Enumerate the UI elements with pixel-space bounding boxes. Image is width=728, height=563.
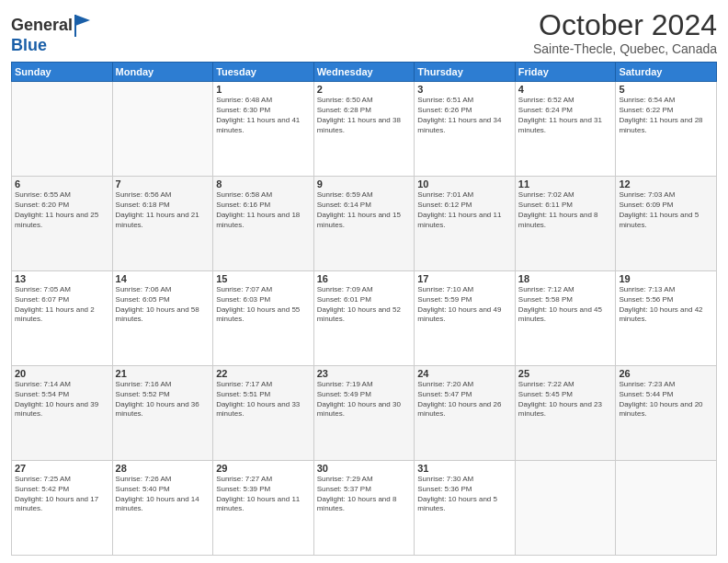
day-header-saturday: Saturday: [616, 63, 717, 82]
day-info: Sunrise: 7:25 AM Sunset: 5:42 PM Dayligh…: [15, 475, 109, 514]
header: General Blue October 2024 Sainte-Thecle,…: [11, 9, 717, 56]
calendar-cell: 4Sunrise: 6:52 AM Sunset: 6:24 PM Daylig…: [515, 82, 616, 177]
day-number: 29: [216, 463, 311, 474]
day-info: Sunrise: 7:17 AM Sunset: 5:51 PM Dayligh…: [216, 380, 311, 419]
day-number: 27: [15, 463, 109, 474]
calendar-cell: [515, 461, 616, 556]
day-info: Sunrise: 7:13 AM Sunset: 5:56 PM Dayligh…: [619, 285, 713, 325]
day-info: Sunrise: 7:05 AM Sunset: 6:07 PM Dayligh…: [15, 285, 109, 325]
day-number: 24: [417, 368, 512, 379]
calendar-cell: 14Sunrise: 7:06 AM Sunset: 6:05 PM Dayli…: [112, 271, 213, 366]
day-info: Sunrise: 7:06 AM Sunset: 6:05 PM Dayligh…: [116, 285, 210, 325]
calendar-cell: 9Sunrise: 6:59 AM Sunset: 6:14 PM Daylig…: [313, 177, 415, 271]
calendar-cell: 31Sunrise: 7:30 AM Sunset: 5:36 PM Dayli…: [415, 461, 516, 556]
day-info: Sunrise: 7:16 AM Sunset: 5:52 PM Dayligh…: [116, 380, 210, 419]
day-number: 21: [116, 368, 210, 379]
day-info: Sunrise: 7:26 AM Sunset: 5:40 PM Dayligh…: [116, 475, 210, 514]
calendar-cell: 23Sunrise: 7:19 AM Sunset: 5:49 PM Dayli…: [313, 366, 415, 461]
day-number: 31: [417, 463, 512, 474]
logo-flag-icon: [74, 13, 92, 39]
day-info: Sunrise: 7:14 AM Sunset: 5:54 PM Dayligh…: [15, 380, 109, 419]
day-number: 25: [518, 368, 613, 379]
day-number: 22: [216, 368, 311, 379]
day-number: 17: [417, 273, 512, 284]
day-number: 20: [15, 368, 109, 379]
calendar-cell: 3Sunrise: 6:51 AM Sunset: 6:26 PM Daylig…: [415, 82, 516, 177]
day-info: Sunrise: 7:19 AM Sunset: 5:49 PM Dayligh…: [317, 380, 412, 419]
calendar-cell: 1Sunrise: 6:48 AM Sunset: 6:30 PM Daylig…: [213, 82, 314, 177]
calendar-cell: [112, 82, 213, 177]
day-header-wednesday: Wednesday: [313, 63, 415, 82]
day-number: 5: [619, 84, 713, 95]
day-number: 10: [417, 178, 512, 190]
day-info: Sunrise: 7:07 AM Sunset: 6:03 PM Dayligh…: [216, 285, 311, 325]
calendar-week-row: 27Sunrise: 7:25 AM Sunset: 5:42 PM Dayli…: [12, 461, 717, 556]
calendar-table: SundayMondayTuesdayWednesdayThursdayFrid…: [11, 62, 717, 556]
calendar-cell: 27Sunrise: 7:25 AM Sunset: 5:42 PM Dayli…: [12, 461, 113, 556]
day-number: 4: [518, 84, 613, 95]
day-info: Sunrise: 7:23 AM Sunset: 5:44 PM Dayligh…: [619, 380, 713, 419]
day-number: 7: [116, 178, 210, 190]
day-header-thursday: Thursday: [415, 63, 516, 82]
calendar-week-row: 1Sunrise: 6:48 AM Sunset: 6:30 PM Daylig…: [12, 82, 717, 177]
svg-marker-0: [75, 15, 90, 26]
calendar-cell: [616, 461, 717, 556]
calendar-cell: 13Sunrise: 7:05 AM Sunset: 6:07 PM Dayli…: [12, 271, 113, 366]
svg-rect-1: [74, 15, 76, 37]
calendar-cell: 17Sunrise: 7:10 AM Sunset: 5:59 PM Dayli…: [415, 271, 516, 366]
day-number: 30: [317, 463, 412, 474]
calendar-cell: 15Sunrise: 7:07 AM Sunset: 6:03 PM Dayli…: [213, 271, 314, 366]
day-number: 28: [116, 463, 210, 474]
day-info: Sunrise: 7:20 AM Sunset: 5:47 PM Dayligh…: [417, 380, 512, 419]
title-block: October 2024 Sainte-Thecle, Quebec, Cana…: [533, 9, 717, 56]
day-number: 26: [619, 368, 713, 379]
calendar-cell: 19Sunrise: 7:13 AM Sunset: 5:56 PM Dayli…: [616, 271, 717, 366]
day-info: Sunrise: 7:03 AM Sunset: 6:09 PM Dayligh…: [619, 190, 713, 230]
day-number: 11: [518, 178, 613, 190]
day-info: Sunrise: 6:52 AM Sunset: 6:24 PM Dayligh…: [518, 96, 613, 135]
day-number: 2: [317, 84, 412, 95]
calendar-week-row: 6Sunrise: 6:55 AM Sunset: 6:20 PM Daylig…: [12, 177, 717, 271]
page: General Blue October 2024 Sainte-Thecle,…: [0, 0, 728, 563]
day-number: 14: [116, 273, 210, 284]
calendar-cell: 30Sunrise: 7:29 AM Sunset: 5:37 PM Dayli…: [313, 461, 415, 556]
day-info: Sunrise: 6:51 AM Sunset: 6:26 PM Dayligh…: [417, 96, 512, 135]
day-info: Sunrise: 7:29 AM Sunset: 5:37 PM Dayligh…: [317, 475, 412, 514]
day-info: Sunrise: 6:56 AM Sunset: 6:18 PM Dayligh…: [116, 190, 210, 230]
day-info: Sunrise: 6:50 AM Sunset: 6:28 PM Dayligh…: [317, 96, 412, 135]
day-info: Sunrise: 7:01 AM Sunset: 6:12 PM Dayligh…: [417, 190, 512, 230]
logo-blue: Blue: [11, 37, 92, 55]
day-header-monday: Monday: [112, 63, 213, 82]
day-info: Sunrise: 7:02 AM Sunset: 6:11 PM Dayligh…: [518, 190, 613, 230]
day-info: Sunrise: 6:48 AM Sunset: 6:30 PM Dayligh…: [216, 96, 311, 135]
month-title: October 2024: [533, 9, 717, 41]
day-info: Sunrise: 7:27 AM Sunset: 5:39 PM Dayligh…: [216, 475, 311, 514]
calendar-cell: 25Sunrise: 7:22 AM Sunset: 5:45 PM Dayli…: [515, 366, 616, 461]
calendar-cell: 5Sunrise: 6:54 AM Sunset: 6:22 PM Daylig…: [616, 82, 717, 177]
calendar-cell: 24Sunrise: 7:20 AM Sunset: 5:47 PM Dayli…: [415, 366, 516, 461]
calendar-cell: 2Sunrise: 6:50 AM Sunset: 6:28 PM Daylig…: [313, 82, 415, 177]
day-header-sunday: Sunday: [12, 63, 113, 82]
calendar-week-row: 20Sunrise: 7:14 AM Sunset: 5:54 PM Dayli…: [12, 366, 717, 461]
day-info: Sunrise: 7:09 AM Sunset: 6:01 PM Dayligh…: [317, 285, 412, 325]
day-number: 3: [417, 84, 512, 95]
calendar-cell: 21Sunrise: 7:16 AM Sunset: 5:52 PM Dayli…: [112, 366, 213, 461]
day-info: Sunrise: 6:59 AM Sunset: 6:14 PM Dayligh…: [317, 190, 412, 230]
calendar-cell: 7Sunrise: 6:56 AM Sunset: 6:18 PM Daylig…: [112, 177, 213, 271]
day-info: Sunrise: 7:10 AM Sunset: 5:59 PM Dayligh…: [417, 285, 512, 325]
calendar-cell: 28Sunrise: 7:26 AM Sunset: 5:40 PM Dayli…: [112, 461, 213, 556]
day-number: 15: [216, 273, 311, 284]
day-number: 13: [15, 273, 109, 284]
calendar-cell: 6Sunrise: 6:55 AM Sunset: 6:20 PM Daylig…: [12, 177, 113, 271]
calendar-cell: 11Sunrise: 7:02 AM Sunset: 6:11 PM Dayli…: [515, 177, 616, 271]
logo: General Blue: [11, 13, 92, 55]
day-header-friday: Friday: [515, 63, 616, 82]
day-number: 9: [317, 178, 412, 190]
location-subtitle: Sainte-Thecle, Quebec, Canada: [533, 41, 717, 56]
day-number: 12: [619, 178, 713, 190]
day-info: Sunrise: 6:55 AM Sunset: 6:20 PM Dayligh…: [15, 190, 109, 230]
calendar-cell: 10Sunrise: 7:01 AM Sunset: 6:12 PM Dayli…: [415, 177, 516, 271]
day-info: Sunrise: 6:54 AM Sunset: 6:22 PM Dayligh…: [619, 96, 713, 135]
calendar-cell: [12, 82, 113, 177]
day-info: Sunrise: 7:22 AM Sunset: 5:45 PM Dayligh…: [518, 380, 613, 419]
